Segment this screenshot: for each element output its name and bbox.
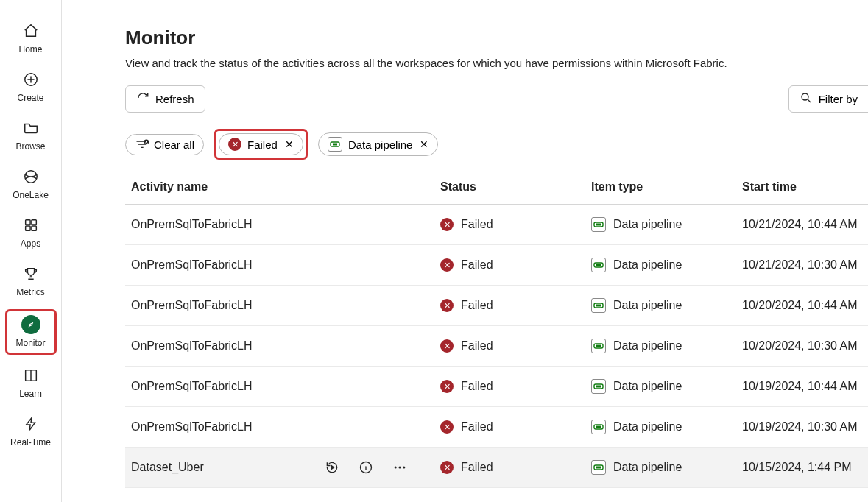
data-pipeline-icon [328,137,342,152]
table-row[interactable]: OnPremSqlToFabricLH Failed Data pipel [125,367,868,407]
start-time: 10/19/2024, 10:44 AM [736,367,868,407]
svg-rect-4 [25,226,29,230]
failed-chip-highlight: Failed ✕ [214,129,308,160]
nav-item-apps[interactable]: Apps [5,212,57,253]
clear-all-label: Clear all [154,138,194,151]
nav-item-onelake[interactable]: OneLake [5,163,57,205]
filter-chip-row: Clear all Failed ✕ Data pipeline ✕ [125,129,868,160]
nav-item-monitor[interactable]: Monitor [5,309,57,355]
failed-status-icon [440,380,454,393]
onelake-icon [21,166,41,187]
status-text: Failed [461,258,493,272]
svg-rect-2 [25,220,29,225]
nav-label: Metrics [16,287,45,297]
status-text: Failed [461,299,493,312]
info-icon[interactable] [358,459,374,476]
svg-point-7 [802,93,808,100]
refresh-icon [136,91,149,107]
nav-item-realtime[interactable]: Real-Time [5,411,57,452]
data-pipeline-icon [591,298,606,313]
start-time: 10/21/2024, 10:44 AM [736,205,868,245]
close-icon: ✕ [285,138,294,150]
item-type-text: Data pipeline [613,258,682,272]
activity-name: OnPremSqlToFabricLH [131,339,253,353]
svg-rect-34 [596,345,601,347]
nav-label: Apps [21,238,40,249]
start-time: 10/19/2024, 10:30 AM [736,407,868,448]
svg-rect-3 [31,220,35,225]
bolt-icon [21,414,41,434]
activity-table: Activity name Status Item type Start tim… [125,173,868,488]
status-text: Failed [461,461,493,474]
left-nav: Home Create Browse OneLake Apps Metrics [0,0,62,502]
pipeline-filter-chip[interactable]: Data pipeline ✕ [318,132,439,156]
nav-label: Real-Time [10,437,51,448]
filter-button[interactable]: Filter by [788,85,868,113]
book-icon [21,365,41,386]
activity-name: OnPremSqlToFabricLH [131,299,253,312]
svg-rect-52 [596,467,601,469]
table-row[interactable]: OnPremSqlToFabricLH Failed Data pipel [125,205,868,245]
more-icon[interactable] [392,459,408,476]
nav-label: OneLake [13,190,49,200]
item-type-text: Data pipeline [613,380,682,393]
failed-chip-label: Failed [247,138,278,151]
activity-name: OnPremSqlToFabricLH [131,420,253,434]
clear-filter-icon [135,139,148,149]
failed-status-icon [440,299,454,312]
refresh-button[interactable]: Refresh [125,85,205,113]
col-start[interactable]: Start time [736,173,868,205]
svg-rect-40 [596,386,601,388]
activity-name: OnPremSqlToFabricLH [131,258,253,272]
apps-icon [21,215,41,236]
nav-item-home[interactable]: Home [5,18,57,59]
failed-filter-chip[interactable]: Failed ✕ [219,133,303,155]
table-row[interactable]: Dataset_Uber Failed Data pipeline [125,448,868,488]
clear-all-chip[interactable]: Clear all [125,134,204,155]
item-type-text: Data pipeline [613,461,682,474]
svg-rect-16 [596,224,601,226]
item-type-text: Data pipeline [613,299,682,312]
monitor-icon [21,314,41,335]
nav-item-learn[interactable]: Learn [5,362,57,403]
nav-item-browse[interactable]: Browse [5,115,57,156]
rerun-icon[interactable] [324,459,340,476]
col-activity[interactable]: Activity name [125,173,434,205]
item-type-text: Data pipeline [613,420,682,434]
failed-status-icon [440,218,454,231]
svg-point-50 [403,467,405,469]
col-status[interactable]: Status [434,173,585,205]
table-row[interactable]: OnPremSqlToFabricLH Failed Data pipel [125,407,868,448]
data-pipeline-icon [591,379,606,394]
status-text: Failed [461,420,493,434]
start-time: 10/20/2024, 10:30 AM [736,326,868,367]
svg-rect-46 [596,426,601,428]
table-row[interactable]: OnPremSqlToFabricLH Failed Data pipel [125,286,868,326]
refresh-label: Refresh [155,93,194,105]
status-text: Failed [461,218,493,231]
data-pipeline-icon [591,460,606,475]
start-time: 10/15/2024, 1:44 PM [736,448,868,488]
nav-item-create[interactable]: Create [5,66,57,107]
close-icon: ✕ [420,138,428,150]
item-type-text: Data pipeline [613,339,682,353]
trophy-icon [21,264,41,284]
nav-item-metrics[interactable]: Metrics [5,261,57,302]
start-time: 10/21/2024, 10:30 AM [736,245,868,286]
table-row[interactable]: OnPremSqlToFabricLH Failed Data pipel [125,245,868,286]
filter-label: Filter by [819,93,858,105]
table-row[interactable]: OnPremSqlToFabricLH Failed Data pipel [125,326,868,367]
svg-rect-22 [596,264,601,266]
failed-status-icon [440,420,454,434]
pipeline-chip-label: Data pipeline [348,138,413,151]
nav-label: Monitor [15,338,45,348]
status-text: Failed [461,380,493,393]
toolbar: Refresh Filter by [125,85,868,113]
home-icon [21,21,41,41]
nav-label: Create [17,93,43,103]
failed-status-icon [440,461,454,474]
page-title: Monitor [125,26,868,49]
activity-name: OnPremSqlToFabricLH [131,218,253,231]
col-type[interactable]: Item type [585,173,736,205]
data-pipeline-icon [591,420,606,434]
